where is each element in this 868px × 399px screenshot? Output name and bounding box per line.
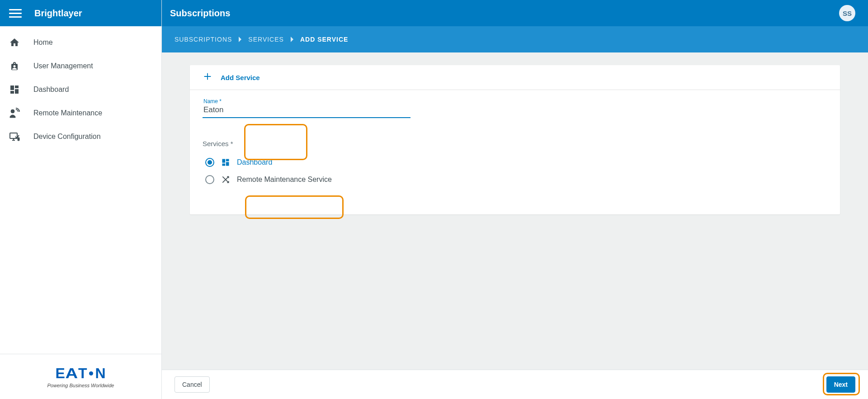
service-option-dashboard[interactable]: Dashboard [203, 154, 827, 171]
service-option-label: Dashboard [237, 158, 272, 166]
next-button[interactable]: Next [826, 376, 855, 393]
dashboard-icon [9, 84, 20, 95]
sidebar-header: Brightlayer [0, 0, 161, 26]
menu-icon[interactable] [9, 7, 22, 19]
sidebar-item-label: Home [33, 38, 53, 47]
name-field-label: Name * [203, 98, 222, 104]
card-header: Add Service [190, 65, 840, 90]
sidebar-item-home[interactable]: Home [0, 31, 161, 54]
breadcrumb-subscriptions[interactable]: SUBSCRIPTIONS [175, 36, 232, 43]
radio-icon [205, 158, 214, 167]
eaton-tagline: Powering Business Worldwide [47, 383, 114, 388]
dashboard-icon [221, 157, 231, 167]
device-config-icon [9, 131, 20, 142]
main: Subscriptions SS SUBSCRIPTIONS SERVICES … [162, 0, 868, 399]
sidebar-item-dashboard[interactable]: Dashboard [0, 78, 161, 101]
sidebar-item-label: Dashboard [33, 86, 69, 94]
radio-icon [205, 175, 214, 184]
content-area[interactable]: Add Service Name * Services * Dashboard … [162, 52, 868, 370]
sidebar-item-remote-maintenance[interactable]: Remote Maintenance [0, 101, 161, 125]
sidebar-item-device-configuration[interactable]: Device Configuration [0, 125, 161, 148]
sidebar-item-label: Device Configuration [33, 133, 101, 141]
breadcrumb-services[interactable]: SERVICES [248, 36, 284, 43]
card-title: Add Service [221, 74, 260, 81]
sidebar-item-label: User Management [33, 62, 93, 70]
breadcrumb: SUBSCRIPTIONS SERVICES ADD SERVICE [162, 26, 868, 52]
sidebar-item-user-management[interactable]: User Management [0, 54, 161, 78]
sidebar-item-label: Remote Maintenance [33, 109, 102, 117]
services-field-label: Services * [203, 140, 827, 147]
name-field-wrap: Name * [203, 99, 410, 118]
add-service-card: Add Service Name * Services * Dashboard … [190, 65, 840, 214]
name-input[interactable] [203, 99, 410, 118]
shuffle-icon [221, 175, 231, 185]
footer-bar: Cancel Next [162, 370, 868, 399]
home-icon [9, 37, 20, 48]
cancel-button[interactable]: Cancel [175, 376, 210, 393]
breadcrumb-add-service: ADD SERVICE [300, 36, 348, 43]
remote-maint-icon [9, 108, 20, 119]
app-title: Brightlayer [34, 8, 82, 19]
chevron-right-icon [290, 37, 294, 42]
sidebar-footer: EATN Powering Business Worldwide [0, 354, 161, 399]
user-mgmt-icon [9, 61, 20, 71]
card-body: Name * Services * Dashboard Remote Maint… [190, 90, 840, 202]
sidebar: Brightlayer Home User Management Dashboa… [0, 0, 162, 399]
eaton-logo: EATN [55, 365, 106, 382]
service-option-remote-maintenance[interactable]: Remote Maintenance Service [203, 171, 827, 188]
sidebar-nav: Home User Management Dashboard Remote Ma… [0, 26, 161, 354]
page-title: Subscriptions [170, 8, 230, 19]
service-option-label: Remote Maintenance Service [237, 176, 332, 184]
avatar[interactable]: SS [839, 5, 855, 21]
topbar: Subscriptions SS [162, 0, 868, 26]
chevron-right-icon [238, 37, 242, 42]
plus-icon [203, 71, 212, 83]
